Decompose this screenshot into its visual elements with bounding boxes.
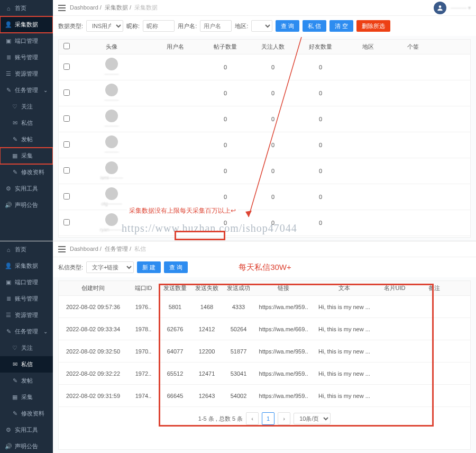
sidebar-item-修改资料[interactable]: ✎修改资料 [0, 405, 53, 422]
table-row: 2022-08-02 09:57:36 1976.. 5801 1468 433… [59, 296, 470, 318]
heart-icon: ♡ [12, 104, 18, 110]
sidebar-item-label: 发帖 [21, 135, 33, 143]
text-cell: Hi, this is my new ... [313, 345, 376, 358]
edit-icon: ✎ [12, 169, 18, 176]
select-all-checkbox[interactable] [63, 43, 70, 49]
sidebar-item-实用工具[interactable]: ⚙实用工具 [0, 422, 53, 438]
row-checkbox[interactable] [63, 193, 70, 200]
sent-cell: 64077 [159, 345, 191, 358]
user-avatar[interactable] [434, 2, 446, 14]
friends-cell: 0 [297, 87, 344, 99]
bio-cell [392, 220, 434, 226]
sidebar-item-label: 采集数据 [15, 21, 38, 29]
time-cell: 2022-08-02 09:33:34 [59, 323, 127, 336]
row-checkbox[interactable] [63, 167, 70, 174]
bio-cell [392, 64, 434, 70]
region-cell [344, 194, 392, 200]
area-select[interactable] [251, 20, 272, 32]
ok-cell: 51877 [223, 345, 254, 358]
search-button[interactable]: 查 询 [276, 20, 299, 32]
bio-cell [392, 168, 434, 174]
sidebar-item-实用工具[interactable]: ⚙实用工具 [0, 180, 53, 197]
pager-next[interactable]: › [278, 412, 290, 425]
port-cell: 1976.. [127, 301, 159, 313]
sidebar-item-label: 首页 [15, 4, 26, 12]
sidebar-item-声明公告[interactable]: 🔊声明公告 [0, 197, 53, 213]
remark-cell [413, 304, 455, 310]
row-checkbox[interactable] [63, 64, 70, 70]
home-icon: ⌂ [5, 5, 12, 12]
user-input[interactable] [200, 20, 232, 32]
sidebar-item-首页[interactable]: ⌂首页 [0, 0, 53, 16]
sidebar-item-采集数据[interactable]: 👤采集数据 [0, 258, 53, 274]
followers-cell: 0 [249, 139, 297, 151]
sidebar-item-采集[interactable]: ▦采集 [0, 148, 53, 164]
node-icon: ▣ [5, 279, 12, 286]
friends-cell: 0 [297, 61, 344, 74]
tool-icon: ⚙ [5, 186, 12, 192]
table-row: ——— 0 0 0 [59, 80, 470, 106]
sidebar-item-账号管理[interactable]: ≣账号管理 [0, 291, 53, 307]
table-row: ——— 0 0 0 [59, 55, 470, 80]
followers-cell: 0 [249, 113, 297, 125]
search-button[interactable]: 查 询 [164, 261, 188, 273]
home-icon: ⌂ [5, 247, 12, 253]
type-select[interactable]: INS用户 [86, 20, 123, 32]
chevron-down-icon: ⌄ [43, 329, 48, 334]
sidebar-item-关注[interactable]: ♡关注 [0, 98, 53, 115]
sidebar-item-label: 实用工具 [15, 185, 38, 193]
link-cell: https://wa.me/959.. [254, 345, 313, 358]
dm-button[interactable]: 私 信 [303, 20, 326, 32]
menu-toggle-icon[interactable] [58, 246, 66, 252]
sidebar-item-端口管理[interactable]: ▣端口管理 [0, 274, 53, 291]
sidebar-item-任务管理[interactable]: ✎任务管理⌄ [0, 323, 53, 340]
remark-cell [413, 326, 455, 332]
clear-button[interactable]: 清 空 [329, 20, 353, 32]
text-cell: Hi, this is my new ... [313, 367, 376, 380]
menu-toggle-icon[interactable] [58, 5, 66, 11]
breadcrumb: Dashboard/ 采集数据/ 采集数据 [70, 4, 158, 12]
avatar-icon [105, 84, 118, 96]
sidebar-item-关注[interactable]: ♡关注 [0, 340, 53, 356]
sidebar-item-私信[interactable]: ✉私信 [0, 356, 53, 373]
text-cell: Hi, this is my new ... [313, 301, 376, 313]
fail-cell: 12471 [191, 367, 223, 380]
table-row: 2022-08-02 09:33:34 1978.. 62676 12412 5… [59, 318, 470, 340]
row-checkbox[interactable] [63, 141, 70, 148]
sidebar-item-label: 实用工具 [15, 426, 38, 434]
new-button[interactable]: 新 建 [137, 261, 161, 273]
username-cell [149, 64, 202, 70]
sidebar-item-私信[interactable]: ✉私信 [0, 115, 53, 131]
row-checkbox[interactable] [63, 115, 70, 122]
sidebar-item-声明公告[interactable]: 🔊声明公告 [0, 438, 53, 453]
avatar-cell: ismi——— [75, 158, 149, 184]
nick-input[interactable] [143, 20, 175, 32]
pager-prev[interactable]: ‹ [246, 412, 259, 425]
pager-page[interactable]: 1 [262, 412, 274, 425]
sidebar-item-资源管理[interactable]: ☰资源管理 [0, 307, 53, 323]
delete-selected-button[interactable]: 删除所选 [356, 20, 390, 32]
friends-cell: 0 [297, 113, 344, 125]
sidebar-item-采集数据[interactable]: 👤采集数据 [0, 16, 53, 33]
row-checkbox[interactable] [63, 219, 70, 225]
sidebar-item-采集[interactable]: ▦采集 [0, 389, 53, 405]
sidebar-item-发帖[interactable]: ✎发帖 [0, 373, 53, 389]
sidebar-item-修改资料[interactable]: ✎修改资料 [0, 164, 53, 180]
sidebar-item-发帖[interactable]: ✎发帖 [0, 131, 53, 148]
sidebar-item-任务管理[interactable]: ✎任务管理⌄ [0, 82, 53, 98]
friends-cell: 0 [297, 165, 344, 177]
sidebar-item-端口管理[interactable]: ▣端口管理 [0, 33, 53, 49]
sidebar-item-账号管理[interactable]: ≣账号管理 [0, 49, 53, 66]
sidebar-item-资源管理[interactable]: ☰资源管理 [0, 66, 53, 82]
dm-table: 创建时间 端口ID 发送数量 发送失败 发送成功 链接 文本 名片UID 备注 … [58, 280, 471, 450]
uid-cell [376, 348, 413, 355]
col-avatar: 头像 [75, 40, 149, 54]
filter-bar: 私信类型: 文字+链接 新 建 查 询 每天私信30W+ [53, 257, 476, 277]
label-area: 地区: [235, 22, 248, 30]
link-cell: https://wa.me/959.. [254, 389, 313, 402]
row-checkbox[interactable] [63, 89, 70, 96]
dm-type-select[interactable]: 文字+链接 [86, 261, 134, 273]
pager-size[interactable]: 10条/页 [294, 413, 331, 424]
sidebar-item-首页[interactable]: ⌂首页 [0, 241, 53, 258]
sidebar-item-label: 账号管理 [15, 53, 38, 61]
